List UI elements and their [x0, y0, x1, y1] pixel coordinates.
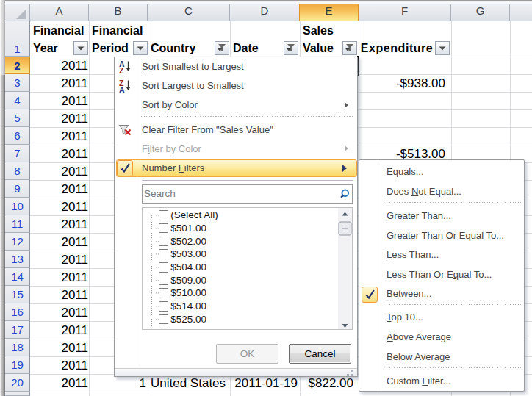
svg-text:Z: Z — [119, 66, 124, 74]
svg-text:A: A — [119, 85, 125, 93]
